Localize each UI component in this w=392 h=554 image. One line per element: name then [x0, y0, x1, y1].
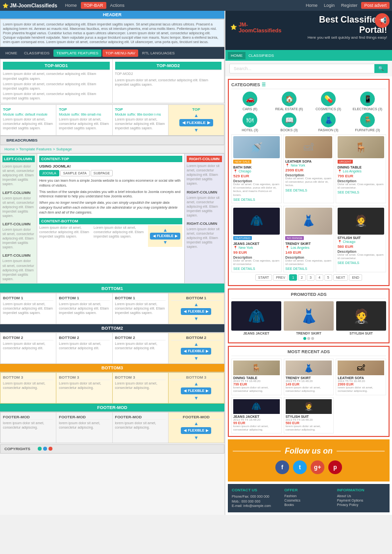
footer-link-payment[interactable]: Payment Options [337, 499, 386, 502]
footer-link-about[interactable]: About Us [337, 494, 386, 498]
left-col-label: LEFT-COLUMN [2, 156, 35, 163]
recent-sofa2[interactable]: 🛋 LEATHER SOFA 2013 T5 T4 16:48:20 2999 … [336, 359, 386, 395]
top-mod1-label: TOP-MOD1 [3, 62, 110, 70]
skirt-details-link[interactable]: SEE DETAILS [285, 267, 332, 270]
top-down-arrow: ▼ [171, 127, 221, 133]
promo-dot-2[interactable] [307, 337, 310, 340]
top-bar-right: Home Login Register Post advert [303, 2, 390, 9]
search-button[interactable]: 🔍 [374, 64, 388, 73]
page-prev[interactable]: PREV [273, 274, 288, 281]
cat-electronics[interactable]: 📱 ELECTRONICS (3) [349, 92, 386, 111]
product-img-sofa: 🛋 [285, 136, 332, 158]
top-d-title: TOP [171, 107, 221, 112]
promo-dots [231, 337, 386, 340]
right-col-section3: RIGHT-COLUMN Lorem ipsum dolor sit amet,… [187, 221, 222, 249]
fm-mod3: FOOTER-MOD lorem ipsum dolor sit amet, c… [113, 412, 169, 443]
googleplus-icon[interactable]: g+ [311, 460, 324, 474]
suit-details-link[interactable]: SEE DETAILS [338, 261, 384, 265]
cat-cosmetics[interactable]: 💊 COSMETICS (3) [310, 92, 347, 111]
tab-subpage[interactable]: SUBPAGE [91, 170, 113, 176]
product-jeans-jacket[interactable]: 🧥 FEATURED JEANS JACKET 📍 New York 99 EU… [231, 206, 282, 272]
product-bath-sink[interactable]: 🚿 NEW SALE BATH SINK 📍 Chicago 529 EUR D… [231, 134, 282, 203]
recent-img-suit: 🤵 [286, 399, 332, 414]
page-2[interactable]: 2 [298, 274, 306, 281]
cat-furniture[interactable]: 🪑 FURNITURE (3) [349, 113, 386, 132]
facebook-icon[interactable]: f [275, 460, 289, 474]
tab-sample[interactable]: SAMPLE DATA [60, 170, 90, 176]
table-location: 📍 Los Angeles [338, 169, 384, 173]
recent-dining[interactable]: 🪑 DINING TABLE 2013 T5 T4 16:48:20 799 E… [231, 359, 282, 395]
pagination: START PREV 1 2 3 4 5 NEXT END [231, 272, 386, 283]
page-start[interactable]: START [255, 274, 272, 281]
sofa-desc: Dolor sit amet. Cras egestas, quam id co… [285, 177, 332, 188]
tab-joomla[interactable]: JOOMLA [39, 170, 59, 176]
nav-top-menu[interactable]: TOP-MENU-NAV [102, 49, 138, 57]
promo-dot-1[interactable] [303, 337, 306, 340]
site-home-link[interactable]: Home [303, 2, 320, 9]
search-bar: Search... 🔍 [225, 61, 392, 76]
footer-link-books[interactable]: Books [284, 503, 333, 506]
bath-details-link[interactable]: SEE DETAILS [233, 198, 280, 201]
jacket-title: JEANS JACKET [233, 242, 280, 245]
b1-text3: Lorem ipsum dolor sit amet, consectetur … [115, 302, 166, 315]
recent-skirt[interactable]: 👗 TRENDY SKIRT 2013 T5 T4 16:48:20 149 E… [284, 359, 334, 395]
nav-home[interactable]: Home [62, 2, 80, 9]
recent-jacket[interactable]: 🧥 JEANS JACKET 2013 T5 T4 16:48:20 99 EU… [231, 397, 282, 434]
product-leather-sofa[interactable]: 🛋 LEATHER SOFA 📍 New York 2999 EUR Descr… [283, 134, 334, 203]
promo-suit[interactable]: 🤵 STYLISH SUIT [336, 301, 386, 335]
breadcrumb-path: Home > Template Features > Subpage [0, 145, 224, 153]
cat-realestate[interactable]: 🏠 REAL ESTATE (6) [270, 92, 308, 111]
page-5[interactable]: 5 [324, 274, 332, 281]
post-ad-button[interactable]: Post advert [361, 2, 390, 9]
pinterest-icon[interactable]: p [328, 460, 342, 474]
cat-cars[interactable]: 🚗 CARS (6) [231, 92, 269, 111]
page-3[interactable]: 3 [307, 274, 315, 281]
top-c-suffix: Module suffix: title-border-l-ms [115, 113, 166, 116]
bottom1-wrapper: BOTTOM1 BOTTOM 1 Lorem ipsum dolor sit a… [0, 284, 224, 324]
cat-books[interactable]: 📖 BOOKS (3) [270, 113, 308, 132]
page-end[interactable]: END [349, 274, 362, 281]
footer-link-privacy[interactable]: Privacy Policy [337, 503, 386, 506]
footer-offer-title: OFFER [284, 488, 333, 492]
fm-mod2: FOOTER-MOD lorem ipsum dolor sit amet, c… [56, 412, 112, 443]
cat-hotel[interactable]: 🍽 HOTEL (3) [231, 113, 269, 132]
nav-actions[interactable]: Actions [107, 2, 128, 9]
nav-topbar[interactable]: TOP-BAR [81, 2, 106, 9]
recent-suit[interactable]: 🤵 STYLISH SUIT 2013 T5 T4 16:48:20 580 E… [284, 397, 334, 434]
sofa-details-link[interactable]: SEE DETAILS [285, 189, 332, 192]
cat-fashion[interactable]: 👗 FASHION (3) [310, 113, 347, 132]
promo-dot-3[interactable] [311, 337, 314, 340]
recent-name-sofa: LEATHER SOFA [338, 376, 384, 380]
page-4[interactable]: 4 [316, 274, 323, 281]
footer-link-cosmetics[interactable]: Cosmetics [284, 499, 333, 502]
b3-text2: Lorem ipsum dolor sit amet, consectetur … [59, 381, 109, 390]
table-desc-title: Description [338, 179, 384, 183]
register-link[interactable]: Register [339, 2, 360, 9]
site-nav-home[interactable]: HOME [228, 52, 245, 59]
nav-rtl[interactable]: RTL LANGUAGES [139, 49, 178, 57]
b1-mod1: BOTTOM 1 Lorem ipsum dolor sit amet, con… [0, 293, 56, 324]
promo-skirt[interactable]: 👗 TRENDY SKIRT [284, 301, 334, 335]
nav-classifieds[interactable]: CLASSIFIEDS [21, 49, 52, 57]
jacket-details-link[interactable]: SEE DETAILS [233, 267, 280, 270]
footer-link-fashion[interactable]: Fashion [284, 494, 333, 498]
cat-name-electronics: ELECTRONICS (3) [353, 107, 382, 111]
promo-jacket[interactable]: 🧥 JEANS JACKET [231, 301, 281, 335]
product-stylish-suit[interactable]: 🤵 STYLISH SUIT 📍 Chicago 580 EUR Descrip… [336, 206, 386, 272]
nav-home[interactable]: HOME [2, 49, 20, 57]
product-trendy-skirt[interactable]: 👗 NO RANGE TRENDY SKIRT 📍 Los Angeles 14… [283, 206, 334, 272]
table-price: 799 EUR [338, 174, 384, 178]
bottom1-header: BOTTOM1 [0, 285, 224, 293]
page-1[interactable]: 1 [289, 274, 297, 281]
product-dining-table[interactable]: 🪑 URGENT DINING TABLE 📍 Los Angeles 799 … [336, 134, 386, 203]
nav-template[interactable]: TEMPLATE FEATURES [53, 49, 101, 57]
table-details-link[interactable]: SEE DETAILS [338, 191, 384, 194]
jacket-location: 📍 New York [233, 246, 280, 250]
login-link[interactable]: Login [321, 2, 337, 9]
products-row1: 🚿 NEW SALE BATH SINK 📍 Chicago 529 EUR D… [231, 134, 386, 203]
site-nav-classifieds[interactable]: CLASSIFIEDS [245, 52, 277, 59]
page-next[interactable]: NEXT [333, 274, 348, 281]
twitter-icon[interactable]: t [293, 460, 307, 474]
search-input[interactable]: Search... [230, 64, 374, 73]
cb-up: ▲ [150, 227, 180, 233]
